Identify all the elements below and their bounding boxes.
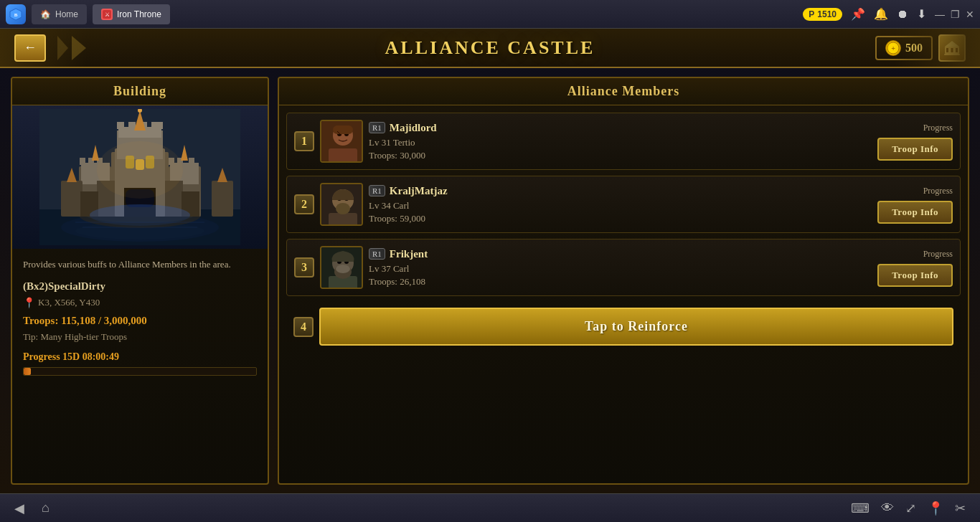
troop-info-btn-2[interactable]: Troop Info xyxy=(877,201,953,224)
member-details-1: R1 Majidlord Lv 31 Tertio Troops: 30,000 xyxy=(369,122,847,161)
main-content: Building xyxy=(0,68,980,493)
location-pin-icon: 📍 xyxy=(23,297,35,309)
building-info: Provides various buffs to Alliance Membe… xyxy=(12,249,268,483)
svg-rect-29 xyxy=(156,122,163,129)
rank-badge-2: 2 xyxy=(294,194,314,214)
coins-icon: P xyxy=(809,9,814,19)
member-name-row-2: R1 KraljMatjaz xyxy=(369,185,847,197)
svg-point-57 xyxy=(97,141,183,199)
back-nav-icon[interactable]: ◀ xyxy=(14,500,24,516)
record-icon[interactable]: ⏺ xyxy=(897,8,908,21)
building-panel: Building xyxy=(11,77,269,485)
fullscreen-icon[interactable]: ⤢ xyxy=(905,500,916,516)
troop-info-btn-1[interactable]: Troop Info xyxy=(877,138,953,161)
svg-text:B: B xyxy=(14,12,18,18)
tab-iron-throne[interactable]: ⚔ Iron Throne xyxy=(93,4,170,24)
header-right: + 500 xyxy=(875,34,966,62)
member-right-3: Progress Troop Info xyxy=(852,249,953,287)
bluestacks-logo: B xyxy=(6,4,26,24)
rank-badge-1: 1 xyxy=(294,131,314,151)
member-right-2: Progress Troop Info xyxy=(852,186,953,224)
svg-rect-25 xyxy=(117,122,124,129)
member-name-row-3: R1 Frikjent xyxy=(369,248,847,260)
tab-home[interactable]: 🏠 Home xyxy=(32,4,87,24)
member-avatar-1 xyxy=(320,120,363,163)
svg-point-74 xyxy=(336,203,350,214)
troop-count: Troops: 115,108 / 3,000,000 xyxy=(23,315,257,327)
download-icon[interactable]: ⬇ xyxy=(917,7,926,21)
location-icon[interactable]: 📍 xyxy=(928,500,943,516)
bank-icon[interactable] xyxy=(938,34,966,62)
tab-iron-throne-label: Iron Throne xyxy=(117,9,161,19)
member-progress-label-1: Progress xyxy=(923,123,953,133)
coins-display: P 1510 xyxy=(803,8,842,21)
rank-badge-3: 3 xyxy=(294,257,314,277)
progress-label: Progress 15D 08:00:49 xyxy=(23,351,257,363)
member-row-1: 1 xyxy=(286,113,961,170)
castle-image xyxy=(12,105,268,249)
member-row-2: 2 xyxy=(286,176,961,233)
troop-info-btn-3[interactable]: Troop Info xyxy=(877,264,953,287)
svg-rect-14 xyxy=(944,54,960,55)
member-name-row-1: R1 Majidlord xyxy=(369,122,847,134)
building-location: 📍 K3, X566, Y430 xyxy=(23,297,257,309)
location-text: K3, X566, Y430 xyxy=(38,297,100,308)
svg-rect-13 xyxy=(956,48,958,52)
keyboard-icon[interactable]: ⌨ xyxy=(851,500,870,516)
svg-rect-11 xyxy=(946,48,948,52)
svg-point-81 xyxy=(336,265,350,273)
svg-text:+: + xyxy=(891,44,895,52)
alliance-members-title: Alliance Members xyxy=(279,78,968,105)
member-details-2: R1 KraljMatjaz Lv 34 Carl Troops: 59,000 xyxy=(369,185,847,224)
home-icon: 🏠 xyxy=(40,9,51,19)
member-troops-2: Troops: 59,000 xyxy=(369,213,847,224)
game-area: ← ALLIANCE CASTLE + 500 xyxy=(0,29,980,493)
member-name-3: Frikjent xyxy=(390,248,428,260)
building-panel-title: Building xyxy=(12,78,268,105)
back-button[interactable]: ← xyxy=(14,34,46,62)
bluestacks-bottombar: ◀ ⌂ ⌨ 👁 ⤢ 📍 ✂ xyxy=(0,493,980,522)
member-details-3: R1 Frikjent Lv 37 Carl Troops: 26,108 xyxy=(369,248,847,288)
member-troops-3: Troops: 26,108 xyxy=(369,276,847,288)
coin-display: + 500 xyxy=(875,36,933,60)
scissors-icon[interactable]: ✂ xyxy=(955,500,966,516)
window-controls: — ❐ ✕ xyxy=(935,9,974,20)
coins-value: 1510 xyxy=(817,9,837,19)
members-list: 1 xyxy=(279,105,968,483)
member-row-3: 3 xyxy=(286,239,961,296)
svg-rect-67 xyxy=(333,125,353,134)
svg-marker-6 xyxy=(57,36,68,60)
minimize-btn[interactable]: — xyxy=(935,9,945,20)
owner-name: (Bx2)SpecialDirty xyxy=(23,280,257,293)
member-level-1: Lv 31 Tertio xyxy=(369,137,847,148)
member-rank-badge-2: R1 xyxy=(369,185,385,196)
bell-icon[interactable]: 🔔 xyxy=(874,7,888,21)
building-description: Provides various buffs to Alliance Membe… xyxy=(23,257,257,272)
svg-text:⚔: ⚔ xyxy=(105,11,110,18)
svg-rect-34 xyxy=(80,158,85,165)
eye-icon[interactable]: 👁 xyxy=(881,500,894,516)
progress-bar-fill xyxy=(24,368,31,375)
castle-artwork xyxy=(39,109,240,245)
close-btn[interactable]: ✕ xyxy=(966,9,974,20)
bottom-right-icons: ⌨ 👁 ⤢ 📍 ✂ xyxy=(851,500,966,516)
tap-to-reinforce-button[interactable]: Tap to Reinforce xyxy=(319,308,953,346)
tab-home-label: Home xyxy=(55,9,78,19)
tip-text: Tip: Many High-tier Troops xyxy=(23,331,257,343)
page-title: ALLIANCE CASTLE xyxy=(385,37,595,59)
coin-amount: 500 xyxy=(905,42,923,54)
svg-rect-71 xyxy=(329,213,357,226)
restore-btn[interactable]: ❐ xyxy=(951,9,960,20)
topbar-right: P 1510 📌 🔔 ⏺ ⬇ — ❐ ✕ xyxy=(803,7,974,21)
game-header: ← ALLIANCE CASTLE + 500 xyxy=(0,29,980,68)
member-name-2: KraljMatjaz xyxy=(390,185,448,197)
pin-icon[interactable]: 📌 xyxy=(851,7,865,21)
svg-rect-42 xyxy=(189,158,194,165)
iron-throne-icon: ⚔ xyxy=(101,9,113,20)
member-rank-badge-1: R1 xyxy=(369,122,385,133)
svg-rect-64 xyxy=(329,148,357,163)
reinforce-row: 4 Tap to Reinforce xyxy=(286,302,961,351)
gold-coin-icon: + xyxy=(885,40,901,56)
member-level-3: Lv 37 Carl xyxy=(369,263,847,275)
home-nav-icon[interactable]: ⌂ xyxy=(42,500,50,516)
